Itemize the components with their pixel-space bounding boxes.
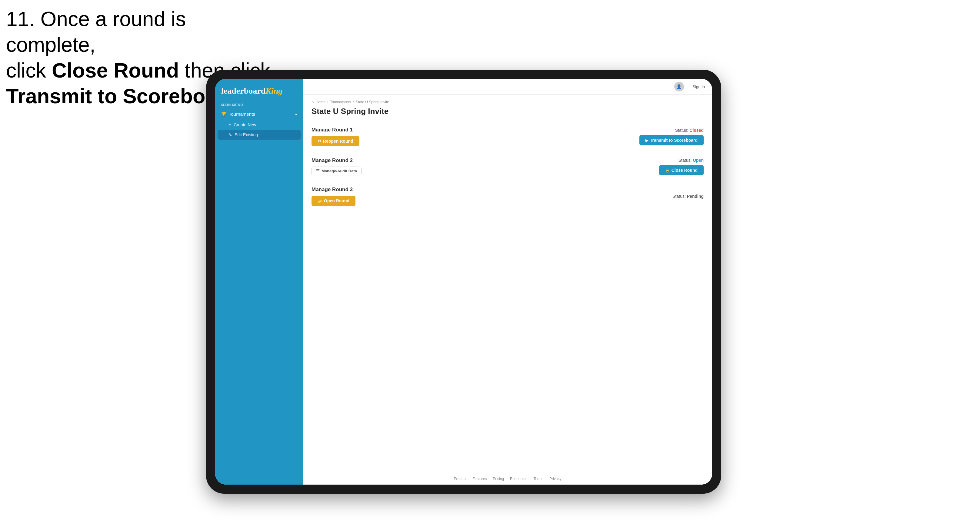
- chevron-down-icon: [295, 111, 297, 117]
- sign-in-area[interactable]: Sign In: [674, 82, 705, 92]
- transmit-icon: [646, 138, 648, 143]
- signin-icon: [686, 84, 690, 89]
- app-layout: leaderboardKing MAIN MENU Tournaments Cr…: [215, 79, 712, 484]
- footer-terms[interactable]: Terms: [533, 477, 543, 481]
- round-1-status-value: Closed: [689, 128, 704, 133]
- edit-existing-label: Edit Existing: [235, 132, 258, 137]
- manage-audit-button[interactable]: Manage/Audit Data: [312, 167, 361, 175]
- trophy-icon: [221, 111, 226, 117]
- sidebar-create-new[interactable]: Create New: [215, 120, 303, 130]
- sidebar-logo: leaderboardKing: [215, 79, 303, 100]
- tablet-screen: leaderboardKing MAIN MENU Tournaments Cr…: [215, 79, 712, 484]
- round-3-title: Manage Round 3: [312, 187, 355, 193]
- round-3-section: Manage Round 3 Open Round Status: Pendin…: [312, 181, 704, 211]
- footer-resources[interactable]: Resources: [510, 477, 527, 481]
- app-footer: Product Features Pricing Resources Terms…: [303, 473, 712, 484]
- tablet-device: leaderboardKing MAIN MENU Tournaments Cr…: [206, 70, 721, 494]
- footer-product[interactable]: Product: [454, 477, 466, 481]
- sidebar: leaderboardKing MAIN MENU Tournaments Cr…: [215, 79, 303, 484]
- main-content: Sign In Home / Tournaments / State U Spr…: [303, 79, 712, 484]
- plus-icon: [229, 122, 231, 127]
- breadcrumb-tournaments[interactable]: Tournaments: [330, 100, 351, 104]
- sidebar-menu-label: MAIN MENU: [215, 100, 303, 108]
- close-round-button[interactable]: Close Round: [659, 165, 704, 175]
- create-new-label: Create New: [234, 122, 256, 127]
- footer-pricing[interactable]: Pricing: [493, 477, 504, 481]
- round-2-section: Manage Round 2 Manage/Audit Data Status:…: [312, 152, 704, 181]
- logo-text: leaderboardKing: [221, 86, 297, 96]
- close-icon: [665, 168, 670, 173]
- audit-icon: [316, 169, 320, 173]
- instruction-bold1: Close Round: [52, 59, 179, 82]
- round-3-status: Status: Pending: [673, 194, 704, 199]
- open-round-button[interactable]: Open Round: [312, 196, 355, 206]
- sign-in-label[interactable]: Sign In: [693, 84, 705, 89]
- round-1-title: Manage Round 1: [312, 127, 360, 133]
- logo-king: King: [266, 86, 282, 95]
- instruction-step: 11.: [6, 7, 35, 30]
- user-icon: [676, 84, 681, 89]
- transmit-to-scoreboard-button[interactable]: Transmit to Scoreboard: [640, 135, 704, 145]
- avatar: [674, 82, 684, 92]
- round-2-title: Manage Round 2: [312, 157, 361, 163]
- sidebar-item-tournaments[interactable]: Tournaments: [215, 108, 303, 120]
- edit-icon: [229, 132, 232, 137]
- content-body: Home / Tournaments / State U Spring Invi…: [303, 95, 712, 473]
- round-3-status-value: Pending: [687, 194, 704, 199]
- round-1-status: Status: Closed: [675, 128, 704, 133]
- page-title: State U Spring Invite: [312, 106, 704, 116]
- round-2-status: Status: Open: [678, 158, 704, 163]
- breadcrumb: Home / Tournaments / State U Spring Invi…: [312, 100, 704, 104]
- round-1-section: Manage Round 1 Reopen Round Status: Clos…: [312, 121, 704, 152]
- reopen-round-button[interactable]: Reopen Round: [312, 136, 360, 146]
- instruction-text2: click: [6, 59, 52, 82]
- home-icon: [312, 100, 314, 104]
- breadcrumb-current: State U Spring Invite: [356, 100, 389, 104]
- top-nav: Sign In: [303, 79, 712, 95]
- logo-leaderboard: leaderboard: [221, 86, 266, 95]
- sidebar-edit-existing[interactable]: Edit Existing: [218, 130, 301, 140]
- open-icon: [318, 198, 322, 203]
- breadcrumb-home[interactable]: Home: [316, 100, 325, 104]
- reopen-icon: [318, 139, 321, 144]
- round-2-status-value: Open: [693, 158, 704, 163]
- footer-privacy[interactable]: Privacy: [549, 477, 561, 481]
- footer-features[interactable]: Features: [473, 477, 487, 481]
- sidebar-tournaments-label: Tournaments: [229, 111, 255, 117]
